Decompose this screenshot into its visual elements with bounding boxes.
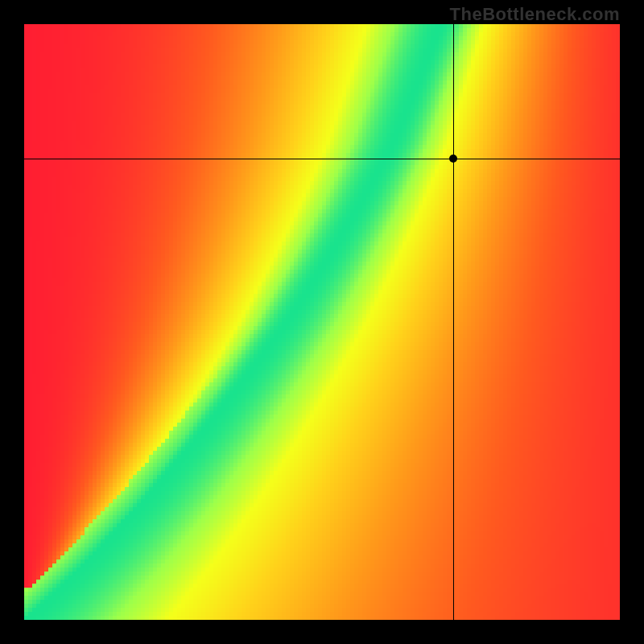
crosshair-horizontal xyxy=(24,159,620,160)
crosshair-vertical xyxy=(453,24,455,620)
heatmap-canvas xyxy=(24,24,620,620)
plot-area xyxy=(24,24,620,620)
chart-frame: TheBottleneck.com xyxy=(0,0,644,644)
query-point-marker xyxy=(449,155,457,163)
watermark-text: TheBottleneck.com xyxy=(450,4,620,25)
